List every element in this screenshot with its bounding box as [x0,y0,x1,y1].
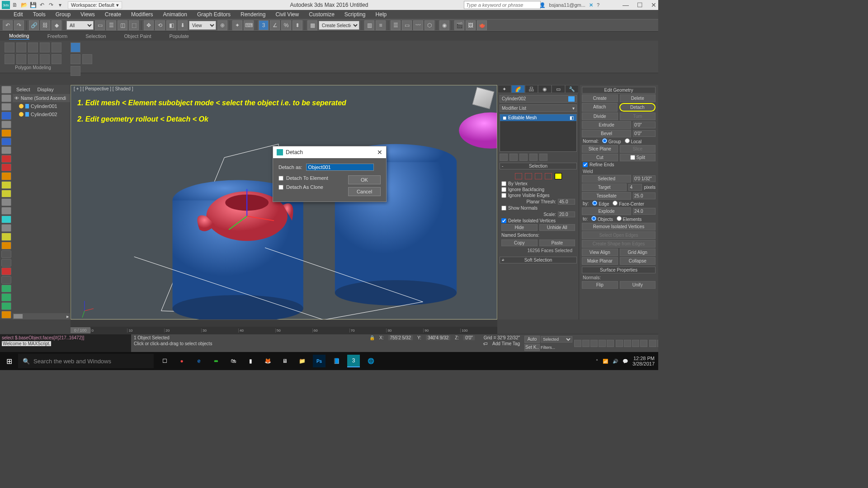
utilities-tab-icon[interactable]: 🔧 [565,85,579,93]
modifier-stack[interactable]: ◼Editable Mesh◧ [500,114,577,152]
tab-selection[interactable]: Selection [85,33,106,39]
time-slider-thumb[interactable]: 0 / 100 [71,327,90,333]
tool-icon[interactable] [1,181,11,189]
by-facecenter-radio[interactable]: Face-Center [613,201,644,206]
scale-spinner[interactable] [558,211,575,217]
ribbon-btn-2[interactable] [16,54,26,64]
coord-z[interactable]: 0'0" [463,335,475,340]
weld-selected-button[interactable]: Selected [582,175,631,183]
make-planar-button[interactable]: Make Planar [582,257,618,265]
menu-help[interactable]: Help [376,11,387,18]
ribbon-small-3[interactable] [71,66,80,76]
subobj-border-icon[interactable] [28,42,38,52]
timeline-trackbar[interactable] [71,319,497,327]
visibility-icon[interactable] [19,104,24,108]
unhide-button[interactable]: Unhide All [539,224,576,231]
prev-frame-icon[interactable] [582,340,590,347]
move-icon[interactable]: ✥ [144,20,154,30]
bevel-spinner[interactable] [633,130,656,137]
tool-icon[interactable] [1,250,11,258]
render-setup-icon[interactable]: 🎬 [454,20,464,30]
menu-rendering[interactable]: Rendering [241,11,265,18]
delete-iso-checkbox[interactable]: Delete Isolated Vertices [501,218,575,223]
tool-icon[interactable] [1,259,11,267]
key-filters-link[interactable]: Filters... [541,345,555,350]
tool-icon[interactable] [1,190,11,197]
element-mode-icon[interactable] [555,173,562,179]
nav-icon[interactable] [649,340,656,347]
menu-grapheditors[interactable]: Graph Editors [197,11,231,18]
tool-icon[interactable] [1,216,11,223]
refine-ends-checkbox[interactable]: Refine Ends [583,162,655,167]
goto-start-icon[interactable] [574,340,581,347]
show-result-icon[interactable] [509,154,518,161]
nav-icon[interactable] [640,340,647,347]
tool-icon[interactable] [1,233,11,240]
create-tab-icon[interactable]: ✦ [498,85,511,93]
help-search[interactable] [464,1,541,9]
subobj-poly-icon[interactable] [40,42,50,52]
chrome-icon[interactable]: 🌐 [364,355,377,367]
lock-icon[interactable]: 🔒 [369,335,375,340]
undo-icon[interactable]: ↶ [3,20,13,30]
menu-customize[interactable]: Customize [309,11,335,18]
by-edge-radio[interactable]: Edge [592,201,609,206]
menu-group[interactable]: Group [56,11,71,18]
menu-views[interactable]: Views [80,11,95,18]
tool-icon[interactable] [1,311,11,319]
delete-button[interactable]: Delete [620,94,656,102]
tool-icon[interactable] [1,94,11,102]
link-icon[interactable]: 🔗 [29,20,39,30]
edge-icon[interactable]: e [193,355,205,367]
hide-button[interactable]: Hide [501,224,538,231]
material-editor-icon[interactable]: ◉ [439,20,449,30]
task-view-icon[interactable]: ☐ [158,355,171,367]
unify-button[interactable]: Unify [620,281,656,289]
object-name-field[interactable]: Cylinder002 [500,95,577,103]
explorer-icon[interactable]: 📁 [296,355,308,367]
tool-icon[interactable] [1,164,11,171]
stack-item-editable-mesh[interactable]: ◼Editable Mesh◧ [500,114,576,121]
menu-modifiers[interactable]: Modifiers [131,11,153,18]
close-button[interactable]: ✕ [651,1,656,9]
subobj-vertex-icon[interactable] [5,42,14,52]
tool-icon[interactable] [1,242,11,249]
weld-selected-spinner[interactable] [633,175,656,182]
subobj-element-icon[interactable] [52,42,61,52]
se-menu-select[interactable]: Select [16,87,30,92]
se-scrollbar[interactable]: ▸ [13,313,70,319]
cancel-button[interactable]: Cancel [348,187,381,196]
workspace-selector[interactable]: Workspace: Default ▾ [68,1,122,9]
tessellate-spinner[interactable] [633,192,656,199]
tray-action-center-icon[interactable]: 💬 [623,359,628,364]
manipulate-icon[interactable]: ✦ [232,20,242,30]
tray-network-icon[interactable]: 📶 [603,359,608,364]
percent-snap-icon[interactable]: % [281,20,291,30]
select-icon[interactable]: ▭ [95,20,105,30]
slice-plane-button[interactable]: Slice Plane [582,145,618,153]
pin-stack-icon[interactable] [500,154,508,161]
normal-group-radio[interactable]: Group [602,138,621,144]
motion-tab-icon[interactable]: ◉ [538,85,552,93]
ref-coord-system[interactable]: View [189,21,216,30]
auto-key-button[interactable]: Auto [524,336,540,343]
time-tag-icon[interactable]: 🏷 [483,341,488,346]
help-icon[interactable]: ? [597,2,599,8]
add-time-tag[interactable]: Add Time Tag [492,341,520,346]
tool-icon[interactable] [1,285,11,292]
scene-row-cylinder001[interactable]: Cylinder001 [13,102,70,110]
object-color-swatch[interactable] [568,96,575,102]
hierarchy-tab-icon[interactable]: 品 [525,85,538,93]
ribbon-small-1[interactable] [71,54,80,64]
ignore-backfacing-checkbox[interactable]: Ignore Backfacing [501,187,575,192]
next-frame-icon[interactable] [599,340,606,347]
dialog-titlebar[interactable]: Detach ✕ [273,146,386,158]
surface-props-header[interactable]: Surface Properties [582,267,656,273]
curve-editor-icon[interactable]: 〰 [413,20,423,30]
stack-item-toggle-icon[interactable]: ◧ [570,115,574,120]
split-checkbox[interactable]: Split [620,154,656,161]
named-sel-icon[interactable]: ▦ [307,20,317,30]
app-icon[interactable]: ⬌ [210,355,222,367]
cut-button[interactable]: Cut [582,154,618,161]
view-align-button[interactable]: View Align [582,249,618,256]
